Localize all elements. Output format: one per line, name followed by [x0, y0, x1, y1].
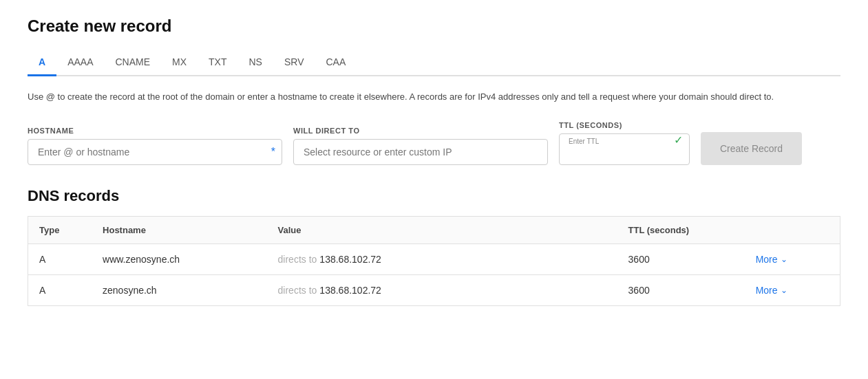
row-1-more-button[interactable]: More ⌄: [756, 285, 787, 296]
tab-TXT[interactable]: TXT: [198, 50, 237, 76]
col-header-value: Value: [267, 216, 617, 243]
row-1-ip: 138.68.102.72: [319, 285, 381, 296]
row-0-more-button[interactable]: More ⌄: [756, 254, 787, 265]
row-0-ip: 138.68.102.72: [319, 254, 381, 265]
hostname-input[interactable]: [28, 139, 282, 165]
row-1-directs-label: directs to: [278, 285, 317, 296]
page-title: Create new record: [28, 17, 840, 36]
record-description: Use @ to create the record at the root o…: [28, 90, 840, 105]
row-1-chevron-icon: ⌄: [781, 285, 787, 295]
row-0-hostname: www.zenosyne.ch: [92, 243, 267, 274]
ttl-input-wrapper: Enter TTL 3600 ✓: [559, 133, 690, 165]
row-0-chevron-icon: ⌄: [781, 255, 787, 264]
row-0-ttl: 3600: [617, 243, 745, 274]
table-header-row: Type Hostname Value TTL (seconds): [28, 216, 840, 243]
row-1-hostname: zenosyne.ch: [92, 274, 267, 305]
tab-SRV[interactable]: SRV: [273, 50, 315, 76]
row-0-directs-label: directs to: [278, 254, 317, 265]
col-header-action: [745, 216, 840, 243]
ttl-label: TTL (SECONDS): [559, 121, 690, 129]
row-1-more-label: More: [756, 285, 778, 296]
dns-records-section: DNS records Type Hostname Value TTL (sec…: [28, 187, 840, 306]
ttl-input[interactable]: 3600: [559, 133, 690, 165]
hostname-label: HOSTNAME: [28, 127, 282, 135]
ttl-input-group: Enter TTL 3600 ✓: [559, 133, 690, 165]
row-1-type: A: [28, 274, 92, 305]
tab-MX[interactable]: MX: [161, 50, 198, 76]
tab-NS[interactable]: NS: [238, 50, 273, 76]
row-0-value: directs to138.68.102.72: [267, 243, 617, 274]
tab-CNAME[interactable]: CNAME: [104, 50, 161, 76]
dns-table: Type Hostname Value TTL (seconds) A www.…: [28, 216, 840, 306]
row-1-ttl: 3600: [617, 274, 745, 305]
tab-AAAA[interactable]: AAAA: [56, 50, 104, 76]
row-0-action-cell: More ⌄: [745, 243, 840, 274]
record-type-tabs: A AAAA CNAME MX TXT NS SRV CAA: [28, 50, 840, 76]
will-direct-to-group: WILL DIRECT TO: [293, 127, 548, 165]
tab-A[interactable]: A: [28, 50, 56, 76]
create-record-button[interactable]: Create Record: [701, 132, 802, 165]
hostname-group: HOSTNAME *: [28, 127, 282, 165]
row-1-action-cell: More ⌄: [745, 274, 840, 305]
col-header-ttl: TTL (seconds): [617, 216, 745, 243]
dns-section-title: DNS records: [28, 187, 840, 205]
will-direct-to-input[interactable]: [293, 139, 548, 165]
table-row: A www.zenosyne.ch directs to138.68.102.7…: [28, 243, 840, 274]
will-direct-to-input-wrapper: [293, 139, 548, 165]
row-0-type: A: [28, 243, 92, 274]
row-1-value: directs to138.68.102.72: [267, 274, 617, 305]
create-record-form: HOSTNAME * WILL DIRECT TO TTL (SECONDS) …: [28, 121, 840, 165]
table-row: A zenosyne.ch directs to138.68.102.72 36…: [28, 274, 840, 305]
col-header-type: Type: [28, 216, 92, 243]
will-direct-to-label: WILL DIRECT TO: [293, 127, 548, 135]
tab-CAA[interactable]: CAA: [315, 50, 357, 76]
hostname-input-wrapper: *: [28, 139, 282, 165]
col-header-hostname: Hostname: [92, 216, 267, 243]
ttl-group: TTL (SECONDS) Enter TTL 3600 ✓: [559, 121, 690, 165]
row-0-more-label: More: [756, 254, 778, 265]
